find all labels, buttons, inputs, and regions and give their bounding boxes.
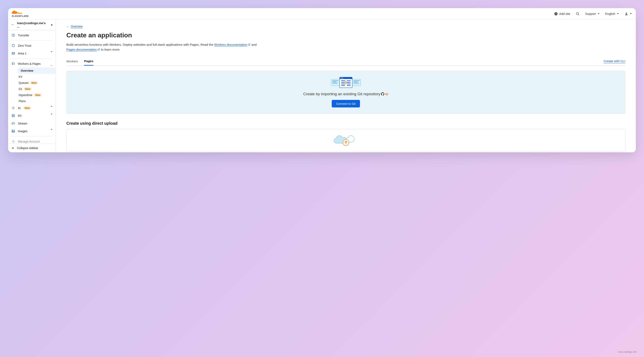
sidebar-item-ai[interactable]: AI Beta	[8, 104, 56, 112]
svg-rect-4	[12, 52, 14, 54]
svg-rect-11	[332, 80, 338, 81]
svg-rect-29	[347, 85, 350, 86]
svg-rect-24	[341, 82, 345, 83]
sidebar-item-label: Zero Trust	[18, 44, 31, 47]
top-right-controls: + Add site Support English	[554, 12, 632, 16]
separator	[11, 59, 53, 59]
sidebar-item-turnstile[interactable]: Turnstile	[8, 32, 56, 39]
svg-rect-9	[331, 79, 340, 86]
account-name: Ivan@codingo.me's ...	[17, 21, 49, 28]
sidebar-item-stream[interactable]: Stream	[8, 120, 56, 127]
caret-up-icon	[51, 63, 52, 65]
sidebar-sub-d1[interactable]: D1 Beta	[12, 86, 56, 92]
plus-circle-icon: +	[554, 12, 558, 16]
caret-down-icon	[51, 52, 52, 55]
direct-upload-panel	[66, 129, 625, 151]
svg-point-2	[626, 13, 627, 14]
beta-badge: Beta	[34, 94, 42, 97]
main-content: ← Overview Create an application Build s…	[56, 20, 636, 152]
search-button[interactable]	[576, 12, 580, 16]
beta-badge: Beta	[24, 107, 31, 110]
sidebar-item-area1[interactable]: Area 1	[8, 50, 56, 57]
brand-logo[interactable]: CLOUDFLARE	[12, 10, 29, 17]
sidebar-sub-plans[interactable]: Plans	[12, 98, 56, 104]
external-link-icon	[98, 48, 100, 51]
sidebar-sub-overview[interactable]: Overview	[18, 68, 56, 74]
arrow-left-icon: ←	[11, 23, 14, 27]
watermark: tuts.codingo.me	[618, 350, 637, 353]
language-menu[interactable]: English	[605, 12, 619, 16]
sidebar-item-manage-account[interactable]: Manage Account	[8, 138, 56, 143]
svg-rect-18	[340, 77, 352, 79]
sidebar-sub-kv[interactable]: KV	[12, 74, 56, 80]
sparkle-icon	[11, 106, 15, 110]
support-menu[interactable]: Support	[585, 12, 600, 16]
desc-text: Build serverless functions with Workers.…	[66, 43, 214, 46]
sidebar-item-label: Hyperdrive	[19, 93, 32, 97]
svg-point-0	[576, 13, 579, 15]
svg-point-19	[340, 78, 341, 78]
sidebar-item-label: AI	[18, 106, 21, 110]
sidebar-item-label: Turnstile	[18, 34, 29, 37]
gitlab-icon	[385, 92, 388, 96]
desc-text: and	[250, 43, 257, 46]
tab-pages[interactable]: Pages	[84, 57, 93, 66]
sidebar-sub-queues[interactable]: Queues Beta	[12, 80, 56, 86]
workers-docs-link[interactable]: Workers documentation	[214, 43, 247, 47]
sidebar-item-label: Overview	[21, 69, 33, 72]
tab-row: Workers Pages Create with CLI	[66, 57, 625, 66]
sidebar-item-label: KV	[19, 75, 22, 78]
svg-point-20	[342, 78, 342, 78]
user-menu[interactable]	[624, 12, 632, 16]
shield-icon	[11, 44, 15, 48]
svg-rect-22	[341, 80, 345, 81]
add-site-button[interactable]: + Add site	[554, 12, 570, 16]
collapse-label: Collapse sidebar	[17, 146, 38, 150]
back-link[interactable]: ← Overview	[66, 25, 625, 28]
caret-down-icon	[630, 13, 632, 14]
sidebar-item-label: Workers & Pages	[18, 62, 41, 65]
svg-rect-13	[332, 83, 338, 84]
sidebar-sub-hyperdrive[interactable]: Hyperdrive Beta	[12, 92, 56, 98]
support-label: Support	[585, 12, 596, 16]
back-link-label: Overview	[71, 25, 82, 28]
sidebar-item-label: Plans	[19, 100, 26, 103]
svg-rect-10	[352, 79, 361, 86]
svg-rect-16	[354, 83, 359, 84]
cloud-icon	[11, 122, 15, 125]
sidebar-item-images[interactable]: Images	[8, 127, 56, 135]
workers-sub-items: Overview KV Queues Beta D1 Beta Hyperdri	[8, 68, 56, 104]
account-selector[interactable]: ← Ivan@codingo.me's ... ▸	[8, 20, 56, 30]
svg-line-1	[578, 14, 579, 15]
search-icon	[576, 12, 580, 16]
create-with-cli-link[interactable]: Create with CLI	[604, 59, 625, 63]
sidebar-item-r2[interactable]: R2	[8, 112, 56, 120]
svg-point-5	[12, 114, 14, 115]
cloud-upload-illustration	[333, 134, 359, 146]
sidebar-item-workers-pages[interactable]: Workers & Pages	[8, 60, 56, 68]
sidebar-item-zero-trust[interactable]: Zero Trust	[8, 42, 56, 50]
sidebar-item-label: D1	[19, 87, 22, 91]
desc-text: to learn more.	[100, 48, 120, 51]
connect-git-button[interactable]: Connect to Git	[332, 100, 360, 107]
svg-rect-23	[347, 80, 350, 81]
caret-down-icon	[51, 130, 52, 132]
sidebar-item-label: Queues	[19, 81, 28, 85]
collapse-sidebar-button[interactable]: Collapse sidebar	[8, 143, 56, 152]
database-icon	[11, 114, 15, 118]
pages-docs-link[interactable]: Pages documentation	[66, 48, 97, 51]
arrow-left-icon: ←	[66, 25, 69, 28]
sidebar-item-label: Images	[18, 130, 28, 133]
image-icon	[11, 129, 15, 133]
svg-rect-25	[347, 82, 350, 83]
mail-icon	[11, 52, 15, 55]
svg-rect-15	[354, 82, 358, 82]
caret-down-icon	[51, 107, 52, 109]
beta-badge: Beta	[30, 81, 38, 84]
sidebar-item-label: R2	[18, 114, 22, 117]
page-description: Build serverless functions with Workers.…	[66, 42, 265, 52]
direct-upload-heading: Create using direct upload	[66, 121, 625, 126]
pages-illustration	[331, 77, 361, 88]
tab-workers[interactable]: Workers	[66, 58, 78, 65]
svg-rect-27	[347, 84, 350, 84]
